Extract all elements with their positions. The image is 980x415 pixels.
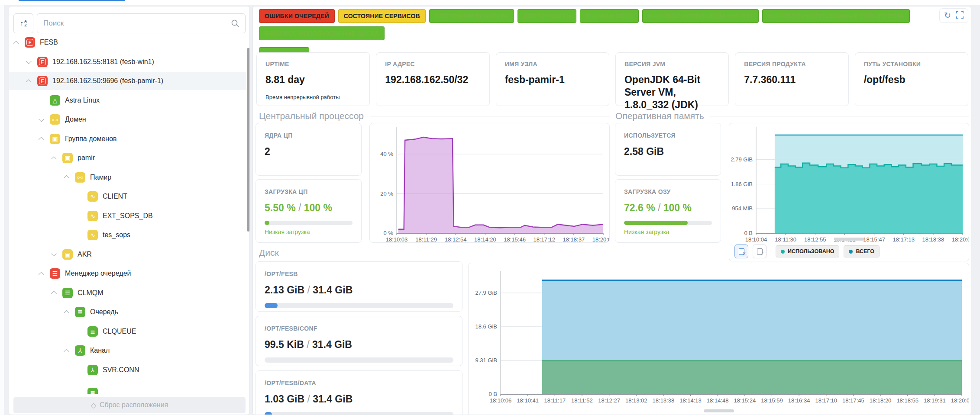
tree-item-client[interactable]: ∿CLIENT <box>9 187 246 206</box>
domain-icon: ⧟ <box>75 172 85 183</box>
disk-usage-chart[interactable]: 0 B9.31 GiB18.6 GiB27.9 GiB18:10:0618:10… <box>468 263 969 415</box>
disk-usage-chart-hscrollbar[interactable] <box>704 409 734 412</box>
status-badge-4[interactable]: ДОСТУПНОСТЬ <box>517 9 576 23</box>
tree-item-partial[interactable]: ≣ <box>9 380 246 398</box>
info-card-label: IP АДРЕС <box>385 61 480 68</box>
disk-mount-label: /OPT/FESB/CONF <box>265 325 453 332</box>
ram-usage-chart-hscrollbar[interactable] <box>834 238 864 241</box>
tree-item-akr[interactable]: ▣AKR <box>9 245 246 264</box>
tree-item-fesb[interactable]: FFESB <box>9 33 246 51</box>
tree-item-ext-sops-db[interactable]: ∿EXT_SOPS_DB <box>9 207 246 225</box>
tree-item-домен[interactable]: ⧟Домен <box>9 110 246 129</box>
tree-item-clmqm[interactable]: ☰CLMQM <box>9 284 246 302</box>
progress-track <box>265 221 353 225</box>
stat-card-label: ЗАГРУЗКА ОЗУ <box>624 188 712 195</box>
load-status-label: Низкая загрузка <box>265 228 353 235</box>
progress-fill <box>265 221 269 225</box>
search-icon <box>231 19 239 28</box>
status-badge-2[interactable]: СОСТОЯНИЕ СЕРВИСОВ <box>338 9 426 23</box>
value-separator: / <box>296 202 304 213</box>
disk-total: 31.4 GiB <box>313 284 353 296</box>
chevron-up-icon[interactable] <box>39 137 44 142</box>
tree-item-astra-linux[interactable]: △Astra Linux <box>9 91 246 109</box>
tree-item-pamir[interactable]: ▣pamir <box>9 149 246 167</box>
svg-text:18:10:41: 18:10:41 <box>517 397 539 404</box>
copy-image-button[interactable]: ✕ <box>734 244 748 258</box>
tree-item-канал[interactable]: ⅄Канал <box>9 341 246 360</box>
stat-card: ЯДРА ЦП2 <box>256 123 362 176</box>
tree-item-192-168-162-50-9696-fesb-pamir-1-[interactable]: F192.168.162.50:9696 (fesb-pamir-1) <box>9 72 246 90</box>
info-card: ВЕРСИЯ ПРОДУКТА7.7.360.111 <box>735 52 848 106</box>
disk-mount-label: /OPT/FESB/DATA <box>265 380 453 386</box>
chevron-up-icon[interactable] <box>51 156 57 162</box>
reset-layout-button[interactable]: ◇ Сброс расположения <box>13 397 246 413</box>
status-badge-8[interactable]: ВЫСОКОЕ ИСПОЛЬЗОВАНИЕ ДИСКА <box>259 26 385 40</box>
info-card: UPTIME8.81 dayВремя непрерывной работы <box>256 52 370 106</box>
status-badge-1[interactable]: ОШИБКИ ОЧЕРЕДЕЙ <box>259 9 335 23</box>
server-tree-sidebar: ↑ AZ FFESBF192.168.162.55:8181 (fesb-win… <box>9 6 250 415</box>
disk-mount-card: /OPT/FESB2.13 GiB / 31.4 GiB <box>256 261 463 312</box>
status-badge-3[interactable]: СОСТОЯНИЕ КЛАСТЕРА <box>429 9 514 23</box>
sidebar-scrollbar[interactable] <box>247 48 250 232</box>
tree-item-менеджер-очередей[interactable]: ☰Менеджер очередей <box>9 264 246 283</box>
chevron-up-icon[interactable] <box>51 291 57 296</box>
svg-text:18:16:34: 18:16:34 <box>788 397 810 404</box>
tree-item-памир[interactable]: ⧟Памир <box>9 168 246 187</box>
legend-item-used[interactable]: ИСПОЛЬЗОВАНО <box>776 245 839 257</box>
chevron-up-icon[interactable] <box>64 310 69 316</box>
chevron-down-icon[interactable] <box>51 251 57 257</box>
svg-text:18:12:55: 18:12:55 <box>804 236 826 243</box>
stat-card-value: 2.58 GiB <box>624 146 712 158</box>
svg-text:18:10:03: 18:10:03 <box>386 236 408 243</box>
search-input[interactable] <box>37 13 246 33</box>
chevron-down-icon[interactable] <box>39 116 44 122</box>
progress-track <box>265 303 453 308</box>
search-field-wrap <box>37 13 246 33</box>
ram-usage-chart[interactable]: 0 B954 MiB1.86 GiB2.79 GiB18:10:0418:11:… <box>729 123 969 261</box>
info-card-value: OpenJDK 64-Bit Server VM, 1.8.0_332 (JDK… <box>624 74 720 111</box>
channel-icon: ⅄ <box>75 345 85 356</box>
tree-item-tes-sops[interactable]: ∿tes_sops <box>9 226 246 244</box>
active-tab-indicator <box>19 0 125 1</box>
status-badge-5[interactable]: ОШИБКИ СОПС <box>580 9 639 23</box>
copy-data-button[interactable]: ✓ <box>753 244 767 258</box>
stat-card-value: 2 <box>265 146 353 158</box>
disk-total: 31.4 GiB <box>312 339 352 350</box>
tree-item-svr-conn[interactable]: ⅄SVR.CONN <box>9 361 246 379</box>
svg-text:18:20:04: 18:20:04 <box>952 236 969 243</box>
disk-mount-label: /OPT/FESB <box>265 270 453 277</box>
info-card-value: 7.7.360.111 <box>744 74 839 86</box>
stat-card-label: ЗАГРУЗКА ЦП <box>265 188 353 195</box>
tree-item-192-168-162-55-8181-fesb-win1-[interactable]: F192.168.162.55:8181 (fesb-win1) <box>9 53 246 71</box>
tree-item-label: tes_sops <box>103 231 130 239</box>
chevron-down-icon[interactable] <box>26 58 32 64</box>
tree-item-label: 192.168.162.50:9696 (fesb-pamir-1) <box>52 77 163 85</box>
tree-item-clqueue[interactable]: ≣CLQUEUE <box>9 322 246 341</box>
reset-layout-label: Сброс расположения <box>100 401 168 409</box>
tree-item-группа-доменов[interactable]: ▣Группа доменов <box>9 130 246 148</box>
svg-text:0 B: 0 B <box>744 230 753 236</box>
fesb-icon: F <box>37 57 48 67</box>
server-tree: FFESBF192.168.162.55:8181 (fesb-win1)F19… <box>9 33 246 397</box>
status-badge-6[interactable]: ВЫСОКОЕ ИСПОЛЬЗОВАНИЕ ОЗУ <box>642 9 759 23</box>
chevron-up-icon[interactable] <box>26 79 32 85</box>
cpu-usage-chart[interactable]: 0 %20 %40 %18:10:0318:11:2918:12:5418:14… <box>369 123 610 243</box>
tree-item-очередь[interactable]: ≣Очередь <box>9 303 246 321</box>
chevron-up-icon[interactable] <box>13 41 19 46</box>
astra-icon: △ <box>50 95 60 106</box>
chevron-up-icon[interactable] <box>64 349 69 354</box>
svg-text:18:11:29: 18:11:29 <box>415 236 437 243</box>
eraser-icon: ◇ <box>91 401 96 409</box>
fullscreen-icon[interactable] <box>956 11 964 20</box>
legend-item-total[interactable]: ВСЕГО <box>844 245 880 257</box>
chevron-up-icon[interactable] <box>39 272 44 277</box>
svg-text:40 %: 40 % <box>380 151 393 157</box>
chevron-up-icon[interactable] <box>64 175 69 181</box>
queue-icon: ≣ <box>75 307 85 317</box>
status-badge-7[interactable]: ВЫСОКОЕ ИСПОЛЬЗОВАНИЕ ПРОЦЕССОРА <box>762 9 910 23</box>
refresh-icon[interactable]: ↻ <box>944 11 951 20</box>
tree-item-label: CLQUEUE <box>103 328 136 335</box>
sort-button[interactable]: ↑ AZ <box>13 13 33 33</box>
node-dashboard-panel: ОШИБКИ ОЧЕРЕДЕЙСОСТОЯНИЕ СЕРВИСОВСОСТОЯН… <box>252 6 971 415</box>
info-card: ВЕРСИЯ JVMOpenJDK 64-Bit Server VM, 1.8.… <box>615 52 729 106</box>
